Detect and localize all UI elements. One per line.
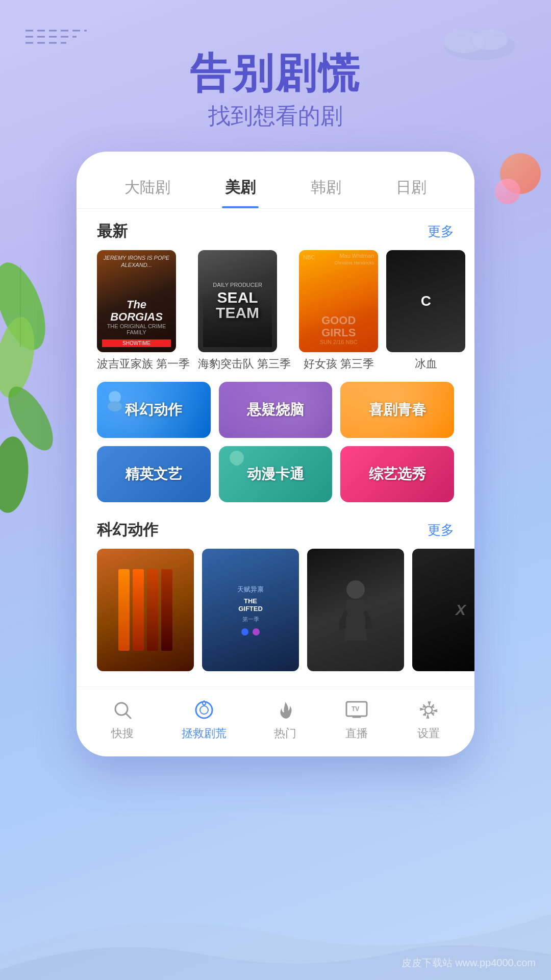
category-variety-label: 综艺选秀 <box>369 464 426 484</box>
svg-point-18 <box>200 706 208 714</box>
settings-icon <box>416 697 441 723</box>
nav-settings[interactable]: 设置 <box>416 697 441 741</box>
search-icon <box>110 697 135 723</box>
scifi-bg-icon <box>102 387 128 412</box>
show-sealteam-title: 海豹突击队 第三季 <box>198 356 291 372</box>
tab-mainland[interactable]: 大陆剧 <box>109 167 186 208</box>
category-variety[interactable]: 综艺选秀 <box>340 446 454 502</box>
nav-live-label: 直播 <box>345 726 368 741</box>
svg-point-6 <box>0 256 55 357</box>
category-comedy-label: 喜剧青春 <box>369 400 426 420</box>
live-icon: TV <box>344 697 369 723</box>
nav-rescue[interactable]: 拯救剧荒 <box>182 697 227 741</box>
orange-circle-decoration <box>500 153 541 194</box>
tabs-container: 大陆剧 美剧 韩剧 日剧 <box>77 152 474 209</box>
categories-grid: 科幻动作 悬疑烧脑 喜剧青春 精英文艺 动漫卡通 综艺选秀 <box>77 377 474 507</box>
hot-icon <box>272 697 298 723</box>
nav-search-label: 快搜 <box>111 726 134 741</box>
dark-figure-icon <box>335 574 376 646</box>
scifi-show-1-poster <box>97 549 194 671</box>
category-art-label: 精英文艺 <box>125 464 182 484</box>
category-scifi[interactable]: 科幻动作 <box>97 382 211 438</box>
show-borgias-poster: JEREMY IRONS IS POPE ALEXAND... TheBORGI… <box>97 250 176 352</box>
nav-rescue-label: 拯救剧荒 <box>182 726 227 741</box>
scifi-show-3-poster <box>307 549 404 671</box>
nav-search[interactable]: 快搜 <box>110 697 135 741</box>
show-sealteam[interactable]: DAILY PRODUCER SEALTEAM 海豹突击队 第三季 <box>198 250 291 372</box>
scifi-show-gifted[interactable]: 天赋异禀 THEGIFTED 第一季 <box>202 549 299 671</box>
anime-bg-icon <box>224 449 249 479</box>
category-anime-label: 动漫卡通 <box>247 464 304 484</box>
category-mystery[interactable]: 悬疑烧脑 <box>219 382 333 438</box>
pink-circle-decoration <box>495 179 520 204</box>
nav-hot[interactable]: 热门 <box>272 697 298 741</box>
svg-text:TV: TV <box>352 705 359 713</box>
tab-korea[interactable]: 韩剧 <box>295 167 357 208</box>
show-borgias[interactable]: JEREMY IRONS IS POPE ALEXAND... TheBORGI… <box>97 250 190 372</box>
scifi-shows-list: 天赋异禀 THEGIFTED 第一季 <box>77 549 474 681</box>
scifi-show-4-poster: X <box>412 549 474 671</box>
show-goodgirls[interactable]: NBC Mau WhitmanChristina Hendricks GOODG… <box>299 250 378 372</box>
watermark: 皮皮下载站 www.pp4000.com <box>402 956 536 970</box>
phone-mockup: 大陆剧 美剧 韩剧 日剧 最新 更多 JEREMY IRONS IS POPE … <box>77 152 474 756</box>
show-cold[interactable]: C 冰血 <box>386 250 465 372</box>
show-goodgirls-poster: NBC Mau WhitmanChristina Hendricks GOODG… <box>299 250 378 352</box>
rescue-icon-svg <box>192 698 216 722</box>
scifi-show-1[interactable] <box>97 549 194 671</box>
main-title: 告别剧慌 <box>0 51 551 96</box>
category-mystery-label: 悬疑烧脑 <box>247 400 304 420</box>
latest-title: 最新 <box>97 221 128 242</box>
tab-japan[interactable]: 日剧 <box>381 167 442 208</box>
bottom-wave <box>0 852 551 980</box>
scifi-show-4[interactable]: X <box>412 549 474 671</box>
category-comedy[interactable]: 喜剧青春 <box>340 382 454 438</box>
show-sealteam-poster: DAILY PRODUCER SEALTEAM <box>198 250 277 352</box>
flame-icon-svg <box>275 700 295 720</box>
svg-point-12 <box>108 401 122 411</box>
latest-shows-list: JEREMY IRONS IS POPE ALEXAND... TheBORGI… <box>77 250 474 377</box>
tv-icon-svg: TV <box>345 701 368 719</box>
nav-hot-label: 热门 <box>274 726 296 741</box>
svg-point-7 <box>0 314 40 401</box>
svg-point-13 <box>230 451 244 465</box>
bottom-navigation: 快搜 拯救剧荒 热门 <box>77 687 474 746</box>
svg-point-20 <box>203 702 205 704</box>
svg-line-16 <box>126 714 131 718</box>
category-art[interactable]: 精英文艺 <box>97 446 211 502</box>
scifi-section-header: 科幻动作 更多 <box>77 507 474 549</box>
tab-us[interactable]: 美剧 <box>210 167 271 208</box>
header-section: 告别剧慌 找到想看的剧 <box>0 0 551 152</box>
scifi-title: 科幻动作 <box>97 520 158 541</box>
scifi-more-button[interactable]: 更多 <box>428 521 454 539</box>
rescue-icon <box>191 697 217 723</box>
search-icon-svg <box>112 700 133 720</box>
category-anime[interactable]: 动漫卡通 <box>219 446 333 502</box>
nav-settings-label: 设置 <box>417 726 440 741</box>
svg-point-8 <box>0 380 62 457</box>
show-cold-title: 冰血 <box>386 356 465 372</box>
sub-title: 找到想看的剧 <box>0 101 551 131</box>
show-borgias-title: 波吉亚家族 第一季 <box>97 356 190 372</box>
show-goodgirls-title: 好女孩 第三季 <box>299 356 378 372</box>
category-scifi-label: 科幻动作 <box>125 400 182 420</box>
scifi-show-gifted-poster: 天赋异禀 THEGIFTED 第一季 <box>202 549 299 671</box>
scifi-show-3[interactable] <box>307 549 404 671</box>
show-cold-poster: C <box>386 250 465 352</box>
latest-more-button[interactable]: 更多 <box>428 223 454 240</box>
gear-icon-svg <box>418 700 439 720</box>
svg-point-9 <box>0 435 31 514</box>
nav-live[interactable]: TV 直播 <box>344 697 369 741</box>
latest-section-header: 最新 更多 <box>77 209 474 250</box>
svg-point-14 <box>346 580 365 599</box>
